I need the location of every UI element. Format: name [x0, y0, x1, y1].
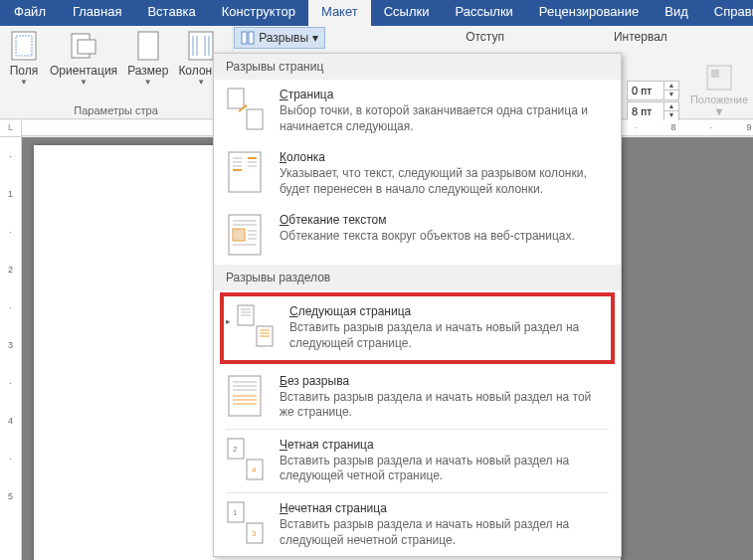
spacing-before-spinner[interactable]: ▲▼: [627, 81, 679, 100]
size-icon: [132, 30, 164, 62]
break-continuous-item[interactable]: Без разрыва Вставить разрыв раздела и на…: [214, 366, 621, 429]
breaks-label: Разрывы: [259, 31, 308, 45]
tab-mailings[interactable]: Рассылки: [442, 0, 525, 26]
item-desc: Вставить разрыв раздела и начать новый р…: [280, 390, 609, 421]
position-icon: [703, 62, 735, 93]
svg-rect-10: [242, 32, 247, 44]
chevron-down-icon: ▼: [197, 78, 205, 87]
continuous-break-icon: [226, 374, 266, 418]
svg-rect-3: [78, 40, 95, 54]
dropdown-section-page-breaks: Разрывы страниц: [214, 54, 621, 80]
break-even-page-item[interactable]: 24 Четная страница Вставить разрыв разде…: [214, 430, 621, 492]
breaks-icon: [241, 31, 255, 45]
size-button[interactable]: Размер ▼: [122, 28, 173, 104]
chevron-down-icon: ▼: [144, 78, 152, 87]
group-page-setup-title: Параметры стра: [3, 104, 229, 118]
margins-button[interactable]: Поля ▼: [3, 28, 45, 104]
svg-rect-27: [233, 229, 245, 241]
item-desc: Вставить разрыв раздела и начать новый р…: [280, 454, 609, 484]
position-label: Положение: [690, 93, 748, 105]
size-label: Размер: [127, 64, 168, 78]
tab-file[interactable]: Файл: [0, 0, 60, 26]
svg-text:2: 2: [233, 445, 238, 454]
spacing-before-input[interactable]: [628, 84, 663, 97]
spinner-up-icon[interactable]: ▲: [664, 82, 678, 91]
tab-references[interactable]: Ссылки: [371, 0, 443, 26]
item-desc: Вставить разрыв раздела и начать новый р…: [289, 320, 599, 351]
item-desc: Выбор точки, в которой заканчивается одн…: [280, 103, 609, 134]
svg-rect-15: [247, 109, 263, 129]
tab-insert[interactable]: Вставка: [134, 0, 208, 26]
chevron-down-icon: ▼: [714, 105, 725, 117]
tab-view[interactable]: Вид: [652, 0, 701, 26]
spacing-after-spinner[interactable]: ▲▼: [627, 101, 679, 121]
tab-layout[interactable]: Макет: [308, 0, 371, 26]
ruler-vertical[interactable]: ·1·2·3·4·5: [0, 137, 22, 560]
break-column-item[interactable]: Колонка Указывает, что текст, следующий …: [214, 142, 621, 205]
position-button[interactable]: Положение ▼: [685, 58, 753, 121]
svg-rect-13: [711, 70, 719, 78]
tab-review[interactable]: Рецензирование: [526, 0, 652, 26]
ribbon-tabs: Файл Главная Вставка Конструктор Макет С…: [0, 0, 753, 26]
spacing-spinners: ▲▼ ▲▼: [621, 80, 685, 122]
ruler-corner: L: [0, 120, 22, 137]
chevron-down-icon: ▼: [20, 78, 28, 87]
next-page-break-icon: [236, 304, 276, 348]
breaks-button[interactable]: Разрывы ▾: [234, 27, 325, 49]
svg-text:4: 4: [252, 466, 257, 474]
interval-label: Интервал: [594, 26, 667, 50]
svg-text:1: 1: [233, 508, 238, 517]
margins-label: Поля: [10, 64, 39, 78]
column-break-icon: [226, 150, 266, 194]
margins-icon: [8, 30, 40, 62]
item-desc: Указывает, что текст, следующий за разры…: [280, 166, 609, 197]
indent-label: Отступ: [446, 26, 504, 50]
item-desc: Обтекание текста вокруг объектов на веб-…: [280, 229, 609, 245]
item-desc: Вставить разрыв раздела и начать новый р…: [280, 517, 609, 548]
arrow-right-icon: ▸: [226, 316, 231, 326]
spacing-after-input[interactable]: [628, 104, 663, 118]
spinner-up-icon[interactable]: ▲: [664, 102, 678, 111]
tab-design[interactable]: Конструктор: [209, 0, 308, 26]
tab-help[interactable]: Справка: [701, 0, 753, 26]
highlight-box: ▸ Следующая страница Вставить разрыв раз…: [220, 292, 615, 363]
orientation-label: Ориентация: [50, 64, 117, 78]
even-page-break-icon: 24: [226, 438, 266, 481]
svg-rect-14: [228, 89, 244, 108]
break-next-page-item[interactable]: ▸ Следующая страница Вставить разрыв раз…: [224, 296, 611, 359]
break-odd-page-item[interactable]: 13 Нечетная страница Вставить разрыв раз…: [214, 493, 621, 556]
dropdown-section-section-breaks: Разрывы разделов: [214, 265, 621, 290]
chevron-down-icon: ▾: [312, 31, 318, 45]
orientation-icon: [68, 30, 99, 62]
svg-rect-11: [249, 32, 254, 44]
spinner-down-icon[interactable]: ▼: [664, 111, 678, 120]
break-page-item[interactable]: Страница Выбор точки, в которой заканчив…: [214, 80, 621, 142]
tab-home[interactable]: Главная: [60, 0, 134, 26]
orientation-button[interactable]: Ориентация ▼: [45, 28, 122, 104]
break-textwrap-item[interactable]: Обтекание текстом Обтекание текста вокру…: [214, 205, 621, 265]
svg-rect-4: [138, 32, 158, 60]
odd-page-break-icon: 13: [226, 501, 266, 545]
svg-text:3: 3: [252, 529, 257, 538]
group-page-setup: Поля ▼ Ориентация ▼ Размер ▼: [0, 26, 233, 118]
chevron-down-icon: ▼: [80, 78, 88, 87]
breaks-dropdown: Разрывы страниц Страница Выбор точки, в …: [213, 53, 622, 557]
textwrap-break-icon: [226, 213, 266, 257]
spinner-down-icon[interactable]: ▼: [664, 91, 678, 99]
page-break-icon: [226, 88, 266, 131]
